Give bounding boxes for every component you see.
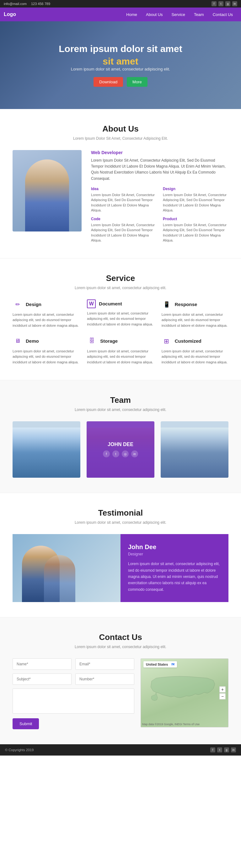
team-twitter-icon[interactable]: t: [112, 451, 119, 457]
nav-links: Home About Us Service Team Contact Us: [122, 7, 237, 21]
service-item-document: W Document Lorem ipsum dolor sit amet, c…: [87, 300, 154, 329]
map-zoom-out[interactable]: −: [219, 693, 225, 700]
hero-title: Lorem ipsum dolor sit amet: [59, 43, 182, 54]
contact-inner: Submit United States 🗺 + − Map data ©201…: [12, 658, 229, 729]
contact-title: Contact Us: [12, 632, 229, 642]
about-code-title: Code: [91, 217, 157, 221]
testimonial-image: [12, 534, 121, 602]
nav-about[interactable]: About Us: [141, 7, 167, 21]
about-grid: Idea Lorem Ipsum Dolor Sit Amet, Consect…: [91, 187, 229, 243]
footer-linkedin-icon[interactable]: in: [231, 747, 236, 752]
testimonial-inner: John Dee Designer Lorem ipsum dolor sit …: [12, 534, 229, 602]
facebook-icon-top[interactable]: f: [212, 1, 216, 6]
form-row-2: [12, 674, 134, 685]
testimonial-person-name: John Dee: [128, 544, 221, 551]
contact-subtitle: Lorem ipsum dolor sit amet, consectetur …: [12, 645, 229, 649]
team-instagram-icon[interactable]: ◎: [122, 451, 129, 457]
email-input[interactable]: [75, 658, 134, 670]
footer-google-icon[interactable]: g: [224, 747, 229, 752]
service-document-header: W Document: [87, 300, 154, 308]
team-subtitle: Lorem ipsum dolor sit amet, consectetur …: [12, 407, 229, 412]
service-customized-title: Customized: [175, 338, 202, 344]
service-document-text: Lorem ipsum dolor sit amet, consectetur …: [87, 311, 154, 327]
form-row-1: [12, 658, 134, 670]
subject-input[interactable]: [12, 674, 72, 685]
service-storage-text: Lorem ipsum dolor sit amet, consectetur …: [87, 349, 154, 365]
team-card-overlay: JOHN DEE f t ◎ in: [87, 421, 154, 478]
about-section: About Us Lorem Ipsum Dolor Sit Amet, Con…: [0, 109, 241, 258]
testimonial-person-role: Designer: [128, 552, 221, 556]
team-title: Team: [12, 395, 229, 405]
name-input[interactable]: [12, 658, 72, 670]
team-section: Team Lorem ipsum dolor sit amet, consect…: [0, 380, 241, 493]
service-design-text: Lorem ipsum dolor sit amet, consectetur …: [12, 312, 79, 329]
team-facebook-icon[interactable]: f: [103, 451, 110, 457]
about-product-title: Product: [163, 217, 229, 221]
about-code-text: Lorem Ipsum Dolor Sit Amet, Consectetur …: [91, 222, 157, 243]
nav-contact[interactable]: Contact Us: [208, 7, 237, 21]
hero-content: Lorem ipsum dolor sit amet sit amet Lore…: [59, 43, 182, 87]
number-input[interactable]: [75, 674, 134, 685]
team-card-3: [161, 421, 229, 478]
submit-button[interactable]: Submit: [12, 718, 39, 729]
testimonial-title: Testimonial: [12, 508, 229, 518]
map-us-outline: [144, 668, 219, 715]
nav-service[interactable]: Service: [167, 7, 190, 21]
googleplus-icon-top[interactable]: g: [225, 1, 230, 6]
email-info: info@mail.com: [4, 2, 27, 6]
top-bar-socials: f t g in: [212, 1, 237, 6]
nav-home[interactable]: Home: [122, 7, 141, 21]
about-product-text: Lorem Ipsum Dolor Sit Amet, Consectetur …: [163, 222, 229, 243]
footer: © Copyrights 2019 f t g in: [0, 744, 241, 755]
about-image: [12, 150, 82, 231]
map-zoom-in[interactable]: +: [219, 686, 225, 692]
contact-form: Submit: [12, 658, 134, 729]
service-demo-text: Lorem ipsum dolor sit amet, consectetur …: [12, 349, 79, 365]
map-label: United States 🗺: [143, 661, 177, 668]
footer-copyright: © Copyrights 2019: [5, 748, 33, 752]
about-item-product: Product Lorem Ipsum Dolor Sit Amet, Cons…: [163, 217, 229, 243]
linkedin-icon-top[interactable]: in: [232, 1, 237, 6]
document-icon: W: [87, 300, 96, 308]
team-person-3: [161, 428, 229, 478]
about-item-code: Code Lorem Ipsum Dolor Sit Amet, Consect…: [91, 217, 157, 243]
testimonial-section: Testimonial Lorem ipsum dolor sit amet, …: [0, 493, 241, 617]
about-item-idea: Idea Lorem Ipsum Dolor Sit Amet, Consect…: [91, 187, 157, 213]
map-zoom-controls: + −: [219, 686, 225, 700]
phone-info: 123 456 789: [31, 2, 50, 6]
nav-logo: Logo: [4, 11, 16, 17]
message-textarea[interactable]: [12, 688, 134, 714]
service-item-design: ✏ Design Lorem ipsum dolor sit amet, con…: [12, 300, 79, 329]
service-customized-text: Lorem ipsum dolor sit amet, consectetur …: [162, 349, 229, 365]
service-demo-title: Demo: [26, 338, 39, 344]
footer-twitter-icon[interactable]: t: [217, 747, 222, 752]
service-item-response: 📱 Response Lorem ipsum dolor sit amet, c…: [162, 300, 229, 329]
more-button[interactable]: More: [127, 77, 148, 87]
service-title: Service: [12, 274, 229, 283]
about-design-text: Lorem Ipsum Dolor Sit Amet, Consectetur …: [163, 192, 229, 213]
customized-icon: ⊞: [162, 336, 172, 346]
team-linkedin-icon[interactable]: in: [131, 451, 138, 457]
about-inner: Web Developer Lorem Ipsum Dolor Sit Amet…: [12, 150, 229, 243]
about-person-silhouette: [25, 159, 69, 231]
about-dev-text: Lorem Ipsum Dolor Sit Amet, Consectetur …: [91, 158, 229, 182]
service-item-storage: 🗄 Storage Lorem ipsum dolor sit amet, co…: [87, 336, 154, 365]
hero-highlight: sit amet: [59, 56, 182, 67]
team-member-name: JOHN DEE: [108, 442, 133, 447]
service-item-demo: 🖥 Demo Lorem ipsum dolor sit amet, conse…: [12, 336, 79, 365]
twitter-icon-top[interactable]: t: [218, 1, 223, 6]
storage-icon: 🗄: [87, 336, 97, 346]
service-response-header: 📱 Response: [162, 300, 229, 309]
footer-facebook-icon[interactable]: f: [210, 747, 215, 752]
service-storage-header: 🗄 Storage: [87, 336, 154, 346]
design-icon: ✏: [12, 300, 23, 309]
about-content: Web Developer Lorem Ipsum Dolor Sit Amet…: [91, 150, 229, 243]
service-subtitle: Lorem ipsum dolor sit amet, consectetur …: [12, 286, 229, 290]
team-grid: JOHN DEE f t ◎ in: [12, 421, 229, 478]
service-design-header: ✏ Design: [12, 300, 79, 309]
service-document-title: Document: [99, 301, 122, 306]
nav-team[interactable]: Team: [190, 7, 208, 21]
download-button[interactable]: Download: [93, 77, 123, 87]
footer-socials: f t g in: [210, 747, 236, 752]
team-card-2: JOHN DEE f t ◎ in: [87, 421, 154, 478]
